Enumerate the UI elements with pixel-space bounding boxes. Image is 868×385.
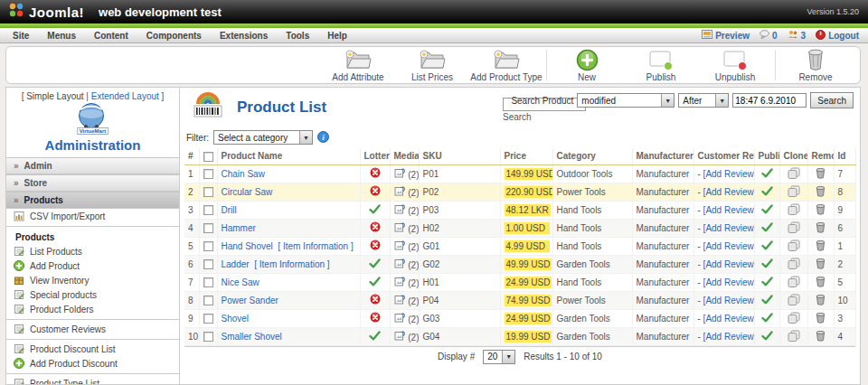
remove-button[interactable]: Remove	[778, 48, 853, 82]
sidebar-item-product-discount-list[interactable]: Product Discount List	[6, 342, 179, 356]
media-preview-icon[interactable]	[394, 260, 406, 270]
menu-item-menus[interactable]: Menus	[38, 31, 85, 41]
media-preview-icon[interactable]	[394, 188, 406, 198]
row-checkbox[interactable]	[203, 259, 213, 269]
row-checkbox[interactable]	[203, 241, 213, 251]
add-review-link[interactable]: [Add Review]	[703, 205, 754, 215]
media-preview-icon[interactable]	[394, 278, 406, 288]
clone-pages-icon[interactable]	[788, 279, 800, 289]
clone-pages-icon[interactable]	[788, 333, 800, 343]
add-review-link[interactable]: [Add Review]	[703, 277, 754, 287]
media-preview-icon[interactable]	[394, 242, 406, 252]
info-icon[interactable]: i	[317, 131, 329, 145]
add-review-link[interactable]: [Add Review]	[703, 223, 754, 233]
product-name-link[interactable]: Hammer	[222, 223, 256, 233]
clone-pages-icon[interactable]	[788, 243, 800, 253]
green-check-icon[interactable]	[761, 278, 773, 288]
green-check-icon[interactable]	[369, 206, 381, 216]
trash-icon[interactable]	[816, 279, 826, 289]
green-check-icon[interactable]	[761, 206, 773, 216]
media-preview-icon[interactable]	[394, 224, 406, 234]
trash-icon[interactable]	[816, 225, 826, 235]
trash-icon[interactable]	[816, 297, 826, 307]
unpublish-button[interactable]: Unpublish	[698, 48, 772, 82]
red-x-icon[interactable]	[370, 296, 381, 306]
list-prices-button[interactable]: List Prices	[395, 48, 469, 82]
product-name-link[interactable]: Smaller Shovel	[222, 332, 282, 342]
media-preview-icon[interactable]	[394, 315, 406, 324]
green-check-icon[interactable]	[369, 260, 381, 270]
menu-item-content[interactable]: Content	[85, 31, 137, 41]
menu-item-site[interactable]: Site	[4, 31, 38, 41]
sidebar-item-product-folders[interactable]: Product Folders	[6, 302, 179, 316]
menu-item-help[interactable]: Help	[318, 31, 356, 41]
row-checkbox[interactable]	[203, 223, 213, 233]
extended-layout-link[interactable]: Extended Layout	[91, 91, 159, 101]
product-name-link[interactable]: Power Sander	[222, 296, 278, 305]
trash-icon[interactable]	[816, 189, 826, 199]
add-review-link[interactable]: [Add Review]	[703, 169, 754, 179]
new-button[interactable]: New	[550, 48, 624, 82]
green-check-icon[interactable]	[761, 333, 773, 343]
item-information-link[interactable]: [ Item Information ]	[254, 259, 329, 269]
sidebar-accordion-products[interactable]: »Products	[6, 192, 179, 209]
row-checkbox[interactable]	[203, 169, 213, 179]
clone-pages-icon[interactable]	[788, 189, 800, 199]
add-attribute-button[interactable]: Add Attribute	[321, 48, 395, 82]
users-indicator[interactable]: 3	[788, 30, 807, 41]
trash-icon[interactable]	[816, 243, 826, 253]
green-check-icon[interactable]	[761, 260, 773, 270]
search-field-select[interactable]: modified ▼	[577, 93, 675, 108]
logout-button[interactable]: Logout	[816, 30, 859, 42]
trash-icon[interactable]	[816, 315, 826, 325]
select-all-checkbox[interactable]	[203, 152, 213, 162]
green-check-icon[interactable]	[369, 278, 381, 288]
clone-pages-icon[interactable]	[788, 207, 800, 217]
sidebar-item-special-products[interactable]: Special products	[6, 287, 179, 302]
clone-pages-icon[interactable]	[788, 261, 800, 271]
messages-indicator[interactable]: 0	[760, 30, 778, 41]
clone-pages-icon[interactable]	[788, 225, 800, 235]
row-checkbox[interactable]	[203, 277, 213, 287]
item-information-link[interactable]: [ Item Information ]	[278, 241, 353, 251]
red-x-icon[interactable]	[370, 188, 381, 198]
sidebar-item-add-product-discount[interactable]: Add Product Discount	[6, 356, 179, 371]
add-review-link[interactable]: [Add Review]	[703, 241, 754, 251]
sidebar-accordion-admin[interactable]: »Admin	[6, 157, 179, 174]
search-operator-select[interactable]: After ▼	[678, 93, 729, 108]
red-x-icon[interactable]	[370, 224, 381, 234]
trash-icon[interactable]	[816, 171, 826, 181]
row-checkbox[interactable]	[203, 332, 213, 342]
trash-icon[interactable]	[816, 333, 826, 343]
green-check-icon[interactable]	[761, 242, 773, 252]
green-check-icon[interactable]	[761, 315, 773, 324]
media-preview-icon[interactable]	[394, 170, 406, 180]
search-product-button[interactable]: Search	[810, 92, 854, 108]
menu-item-components[interactable]: Components	[137, 31, 211, 41]
product-name-link[interactable]: Drill	[222, 205, 237, 215]
sidebar-item-view-inventory[interactable]: View Inventory	[6, 273, 179, 287]
clone-pages-icon[interactable]	[788, 297, 800, 307]
sidebar-item-csv-import-export[interactable]: CSV Import/Export	[6, 209, 179, 223]
clone-pages-icon[interactable]	[788, 315, 800, 325]
green-check-icon[interactable]	[761, 296, 773, 306]
trash-icon[interactable]	[816, 261, 826, 271]
display-count-select[interactable]: 20 ▼	[483, 350, 515, 364]
green-check-icon[interactable]	[369, 333, 381, 343]
green-check-icon[interactable]	[761, 170, 773, 180]
product-name-link[interactable]: Circular Saw	[222, 187, 273, 197]
red-x-icon[interactable]	[370, 315, 381, 324]
green-check-icon[interactable]	[761, 188, 773, 198]
preview-button[interactable]: Preview	[702, 30, 750, 41]
row-checkbox[interactable]	[203, 187, 213, 197]
green-check-icon[interactable]	[761, 224, 773, 234]
trash-icon[interactable]	[816, 207, 826, 217]
sidebar-item-add-product[interactable]: Add Product	[6, 258, 179, 273]
product-name-link[interactable]: Shovel	[222, 314, 250, 324]
product-name-link[interactable]: Nice Saw	[222, 277, 259, 287]
product-name-link[interactable]: Ladder	[222, 259, 250, 269]
clone-pages-icon[interactable]	[788, 171, 800, 181]
menu-item-extensions[interactable]: Extensions	[211, 31, 277, 41]
add-product-type-button[interactable]: Add Product Type	[469, 48, 543, 82]
product-name-link[interactable]: Chain Saw	[222, 169, 265, 179]
